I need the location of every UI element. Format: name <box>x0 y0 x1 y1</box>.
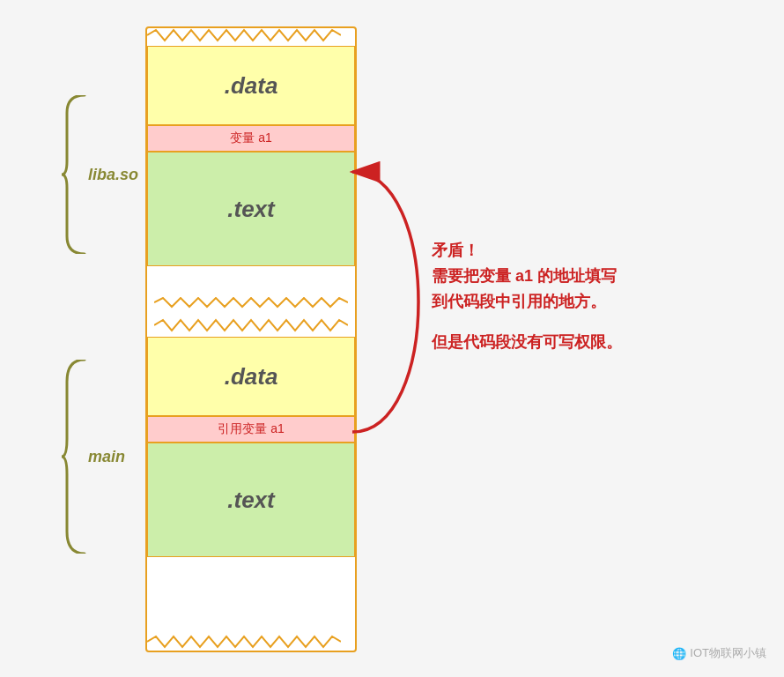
main-ref-var-label: 引用变量 a1 <box>218 421 284 437</box>
liba-data-label: .data <box>225 72 278 100</box>
desc-text3: 到代码段中引用的地方。 <box>432 293 606 310</box>
desc-text2: 需要把变量 a1 的地址填写 <box>432 267 617 285</box>
desc-line4: 但是代码段没有可写权限。 <box>432 330 714 355</box>
main-section: .data 引用变量 a1 .text <box>147 337 355 628</box>
main-data-segment: .data <box>147 337 355 416</box>
liba-var-label: 变量 a1 <box>230 130 271 146</box>
main-text-segment: .text <box>147 443 355 557</box>
gap-section <box>147 293 355 337</box>
liba-text-label: .text <box>227 196 274 223</box>
liba-text-segment: .text <box>147 152 355 266</box>
desc-line2: 需要把变量 a1 的地址填写 <box>432 264 714 289</box>
zigzag-bottom <box>147 635 355 651</box>
liba-brace-icon <box>60 95 88 254</box>
main-data-label: .data <box>225 363 278 391</box>
liba-var-segment: 变量 a1 <box>147 125 355 152</box>
memory-block: .data 变量 a1 .text .data 引用变量 a <box>145 26 357 652</box>
main-label: main <box>88 448 125 466</box>
liba-label: liba.so <box>88 166 138 184</box>
main-brace-label: main <box>60 360 125 554</box>
desc-text4: 但是代码段没有可写权限。 <box>432 333 622 351</box>
liba-brace-label: liba.so <box>60 95 138 254</box>
main-text-label: .text <box>227 487 274 514</box>
watermark-text: IOT物联网小镇 <box>690 645 766 661</box>
main-ref-var-segment: 引用变量 a1 <box>147 416 355 443</box>
desc-line1: 矛盾！ <box>432 238 714 264</box>
desc-line3: 到代码段中引用的地方。 <box>432 289 714 315</box>
watermark: 🌐 IOT物联网小镇 <box>672 645 766 661</box>
description-box: 矛盾！ 需要把变量 a1 的地址填写 到代码段中引用的地方。 但是代码段没有可写… <box>432 238 714 355</box>
liba-section: .data 变量 a1 .text <box>147 46 355 293</box>
desc-contradiction: 矛盾！ <box>432 242 479 259</box>
watermark-icon: 🌐 <box>672 647 686 660</box>
liba-data-segment: .data <box>147 46 355 125</box>
page-background: .data 变量 a1 .text .data 引用变量 a <box>0 0 784 677</box>
zigzag-top <box>147 28 355 44</box>
main-brace-icon <box>60 360 88 554</box>
